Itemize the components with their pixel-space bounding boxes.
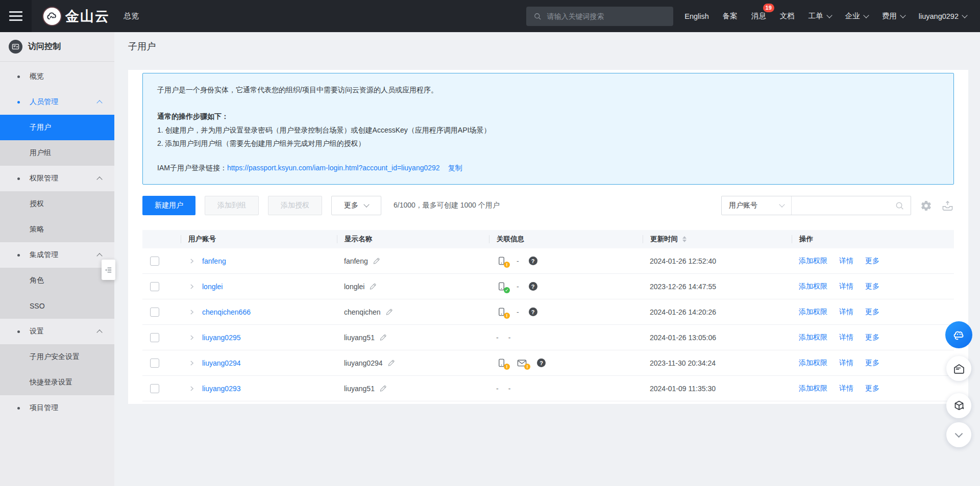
collapse-widgets-button[interactable] xyxy=(946,422,971,447)
col-account: 用户账号 xyxy=(181,235,337,243)
sidebar-item-sub-user-security-settings[interactable]: 子用户安全设置 xyxy=(0,344,114,370)
hamburger-menu-button[interactable] xyxy=(0,0,32,32)
sidebar-collapse-handle[interactable] xyxy=(102,260,115,280)
account-link[interactable]: longlei xyxy=(202,283,223,291)
details-link[interactable]: 详情 xyxy=(839,333,853,342)
more-link[interactable]: 更多 xyxy=(865,384,879,393)
sidebar-item-user-group[interactable]: 用户组 xyxy=(0,140,114,166)
filter-search-input[interactable] xyxy=(798,201,895,210)
row-checkbox[interactable] xyxy=(150,282,159,291)
sidebar-item-role[interactable]: 角色 xyxy=(0,268,114,293)
export-button[interactable] xyxy=(941,200,954,212)
sidebar-item-authorization[interactable]: 授权 xyxy=(0,191,114,217)
col-updated-time[interactable]: 更新时间 xyxy=(643,235,792,243)
topbar-menu-account[interactable]: liuyang0292 xyxy=(919,12,967,20)
account-link[interactable]: liuyang0293 xyxy=(202,385,241,393)
row-checkbox[interactable] xyxy=(150,308,159,317)
edit-display-name-button[interactable] xyxy=(385,308,393,316)
search-icon[interactable] xyxy=(895,201,904,211)
sidebar-item-personnel-management[interactable]: 人员管理 xyxy=(0,89,114,115)
row-checkbox[interactable] xyxy=(150,333,159,342)
brand-logo[interactable]: 金山云 xyxy=(43,7,110,25)
create-user-button[interactable]: 新建用户 xyxy=(142,196,195,215)
sort-icon[interactable] xyxy=(682,236,687,242)
help-icon[interactable]: ? xyxy=(529,282,537,291)
edit-display-name-button[interactable] xyxy=(369,283,377,290)
table-settings-button[interactable] xyxy=(920,200,932,212)
expand-row-button[interactable] xyxy=(188,385,195,392)
feedback-mail-button[interactable] xyxy=(946,356,971,381)
topbar-menu-work-order[interactable]: 工单 xyxy=(808,11,831,21)
table-filter: 用户账号 xyxy=(721,196,911,215)
add-permission-link[interactable]: 添加权限 xyxy=(799,359,827,368)
topbar-menu-messages[interactable]: 消息19 xyxy=(751,11,766,21)
more-actions-button[interactable]: 更多 xyxy=(331,196,381,215)
account-link[interactable]: chenqichen666 xyxy=(202,308,251,316)
add-permission-link[interactable]: 添加权限 xyxy=(799,384,827,393)
row-checkbox[interactable] xyxy=(150,257,159,266)
customer-service-button[interactable] xyxy=(945,321,972,348)
add-permission-link[interactable]: 添加权限 xyxy=(799,333,827,342)
account-cell: liuyang0293 xyxy=(181,385,337,393)
edit-display-name-button[interactable] xyxy=(379,385,387,392)
phone-status-icon[interactable]: ! xyxy=(496,256,507,266)
global-search-input[interactable] xyxy=(547,12,666,20)
edit-display-name-button[interactable] xyxy=(379,334,387,341)
expand-row-button[interactable] xyxy=(188,334,195,341)
expand-row-button[interactable] xyxy=(188,258,195,265)
nav-overview[interactable]: 总览 xyxy=(124,11,139,21)
warning-badge: ! xyxy=(524,364,530,370)
phone-status-icon[interactable]: ! xyxy=(496,307,507,317)
topbar-menu-enterprise[interactable]: 企业 xyxy=(845,11,868,21)
sidebar-item-policy[interactable]: 策略 xyxy=(0,217,114,242)
edit-display-name-button[interactable] xyxy=(387,359,395,367)
add-auth-button[interactable]: 添加授权 xyxy=(268,196,322,215)
topbar-menu-docs[interactable]: 文档 xyxy=(780,11,795,21)
details-link[interactable]: 详情 xyxy=(839,384,853,393)
expand-row-button[interactable] xyxy=(188,283,195,290)
row-checkbox[interactable] xyxy=(150,359,159,368)
more-link[interactable]: 更多 xyxy=(865,333,879,342)
sidebar-item-permission-management[interactable]: 权限管理 xyxy=(0,166,114,191)
sidebar-item-settings[interactable]: 设置 xyxy=(0,319,114,344)
details-link[interactable]: 详情 xyxy=(839,359,853,368)
expand-row-button[interactable] xyxy=(188,360,195,367)
email-status-icon[interactable]: ! xyxy=(517,358,527,368)
help-icon[interactable]: ? xyxy=(537,359,546,367)
phone-status-icon[interactable]: ! xyxy=(496,358,507,368)
help-icon[interactable]: ? xyxy=(529,257,537,265)
phone-status-icon[interactable]: ✓ xyxy=(496,282,507,292)
sidebar-item-integration-management[interactable]: 集成管理 xyxy=(0,242,114,268)
sidebar-item-project-management[interactable]: 项目管理 xyxy=(0,395,114,421)
more-link[interactable]: 更多 xyxy=(865,257,879,266)
details-link[interactable]: 详情 xyxy=(839,308,853,317)
details-link[interactable]: 详情 xyxy=(839,282,853,291)
account-link[interactable]: liuyang0295 xyxy=(202,334,241,342)
add-permission-link[interactable]: 添加权限 xyxy=(799,282,827,291)
details-link[interactable]: 详情 xyxy=(839,257,853,266)
add-to-group-button[interactable]: 添加到组 xyxy=(205,196,259,215)
account-link[interactable]: fanfeng xyxy=(202,257,226,265)
edit-display-name-button[interactable] xyxy=(373,257,380,265)
expand-row-button[interactable] xyxy=(188,309,195,316)
product-news-button[interactable] xyxy=(946,393,971,418)
add-permission-link[interactable]: 添加权限 xyxy=(799,257,827,266)
topbar-menu-icp-filing[interactable]: 备案 xyxy=(723,11,738,21)
sidebar-item-sub-user[interactable]: 子用户 xyxy=(0,115,114,140)
sidebar-item-quick-login-settings[interactable]: 快捷登录设置 xyxy=(0,370,114,395)
more-link[interactable]: 更多 xyxy=(865,359,879,368)
add-permission-link[interactable]: 添加权限 xyxy=(799,308,827,317)
topbar-menu-billing[interactable]: 费用 xyxy=(882,11,905,21)
topbar-menu-english[interactable]: English xyxy=(684,12,709,20)
row-checkbox[interactable] xyxy=(150,384,159,393)
account-link[interactable]: liuyang0294 xyxy=(202,359,241,367)
more-link[interactable]: 更多 xyxy=(865,282,879,291)
help-icon[interactable]: ? xyxy=(529,308,537,316)
filter-field-select[interactable]: 用户账号 xyxy=(722,196,792,215)
copy-link-button[interactable]: 复制 xyxy=(448,164,462,172)
more-link[interactable]: 更多 xyxy=(865,308,879,317)
sidebar-item-sso[interactable]: SSO xyxy=(0,293,114,319)
sidebar-item-overview[interactable]: 概览 xyxy=(0,64,114,89)
iam-login-link[interactable]: https://passport.ksyun.com/iam-login.htm… xyxy=(227,164,440,172)
global-search[interactable] xyxy=(526,7,673,26)
